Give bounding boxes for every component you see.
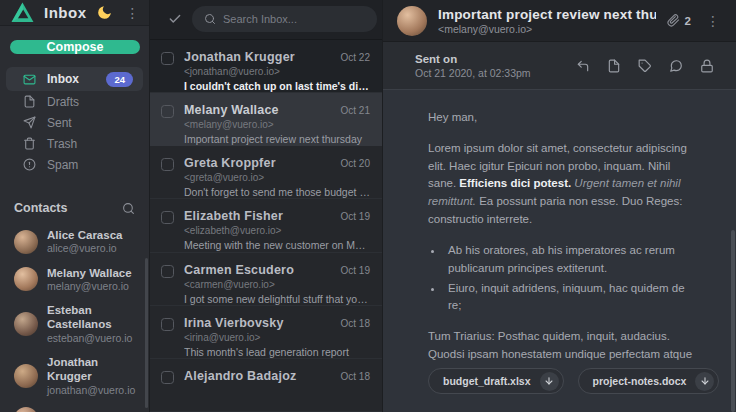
contact-email: melany@vuero.io	[47, 280, 132, 293]
compose-button[interactable]: Compose	[10, 40, 140, 54]
mail-app: Inbox ⋮ Compose Inbox 24 Drafts Sent	[0, 0, 736, 412]
message-row[interactable]: Irina VierbovskyOct 18 <irina@vuero.io> …	[150, 306, 382, 359]
download-icon[interactable]	[540, 372, 559, 391]
message-sender: Carmen Escudero	[184, 263, 335, 277]
message-sender: Alejandro Badajoz	[184, 369, 335, 383]
sidebar-item-sent[interactable]: Sent	[6, 112, 143, 133]
chat-icon[interactable]	[667, 57, 685, 75]
message-date: Oct 18	[341, 371, 370, 382]
sidebar: Inbox ⋮ Compose Inbox 24 Drafts Sent	[0, 0, 150, 412]
app-logo-icon	[10, 0, 35, 25]
sidebar-item-spam[interactable]: Spam	[6, 154, 143, 175]
avatar	[14, 312, 38, 336]
reading-pane: Important project review next thursday <…	[383, 0, 736, 412]
lock-icon[interactable]	[698, 57, 716, 75]
message-email: <greta@vuero.io>	[184, 172, 370, 183]
sender-avatar	[397, 6, 427, 36]
message-row[interactable]: Alejandro BadajozOct 18	[150, 359, 382, 412]
message-email: <carmen@vuero.io>	[184, 279, 370, 290]
contact-row[interactable]: Alice Carasca alice@vuero.io	[0, 223, 149, 261]
contact-name: Jonathan Krugger	[47, 355, 135, 384]
sidebar-item-inbox[interactable]: Inbox 24	[6, 67, 143, 91]
contact-email: jonathan@vuero.io	[47, 384, 135, 397]
contact-row[interactable]: Christie Dallas	[0, 402, 149, 412]
inbox-search	[192, 6, 377, 32]
message-date: Oct 19	[341, 211, 370, 222]
email-greeting: Hey man,	[428, 109, 698, 127]
message-email: <jonathan@vuero.io>	[184, 66, 370, 77]
message-date: Oct 21	[341, 105, 370, 116]
message-checkbox[interactable]	[161, 158, 174, 171]
message-date: Oct 22	[341, 52, 370, 63]
email-subject: Important project review next thursday	[438, 7, 656, 22]
contact-row[interactable]: Jonathan Krugger jonathan@vuero.io	[0, 350, 149, 402]
attachment-pill[interactable]: project-notes.docx	[578, 368, 720, 394]
message-checkbox[interactable]	[161, 105, 174, 118]
sidebar-scrollbar[interactable]	[145, 258, 148, 408]
contact-name: Melany Wallace	[47, 266, 132, 280]
alert-circle-icon	[23, 158, 36, 171]
search-input[interactable]	[223, 13, 365, 25]
message-row[interactable]: Melany WallaceOct 21 <melany@vuero.io> I…	[150, 93, 382, 146]
message-preview: Don't forget to send me those budget not…	[184, 186, 370, 198]
avatar	[14, 230, 38, 254]
sidebar-nav: Inbox 24 Drafts Sent Trash Spam	[0, 67, 149, 175]
message-list-panel: ⋮ Jonathan KruggerOct 22 <jonathan@vuero…	[150, 0, 383, 412]
message-sender: Melany Wallace	[184, 103, 335, 117]
contact-name: Alice Carasca	[47, 228, 122, 242]
select-all-check-icon[interactable]	[168, 12, 182, 26]
reader-scrollbar[interactable]	[731, 230, 735, 412]
message-date: Oct 19	[341, 265, 370, 276]
message-checkbox[interactable]	[161, 265, 174, 278]
reader-bottom-space	[383, 394, 736, 412]
message-checkbox[interactable]	[161, 211, 174, 224]
email-paragraph: Tum Triarius: Posthac quidem, inquit, au…	[428, 328, 698, 360]
reply-icon[interactable]	[574, 57, 592, 75]
contact-row[interactable]: Esteban Castellanos esteban@vuero.io	[0, 298, 149, 350]
attachment-name: project-notes.docx	[593, 375, 687, 387]
message-row[interactable]: Greta KroppferOct 20 <greta@vuero.io> Do…	[150, 146, 382, 199]
reader-toolbar: Sent on Oct 21 2020, at 02:33pm	[383, 42, 736, 90]
message-checkbox[interactable]	[161, 371, 174, 384]
sidebar-item-trash[interactable]: Trash	[6, 133, 143, 154]
attachment-name: budget_draft.xlsx	[443, 375, 531, 387]
dark-mode-moon-icon[interactable]	[96, 4, 113, 21]
bullet-item: Ab his oratores, ab his imperatores ac r…	[444, 242, 698, 278]
message-sender: Elizabeth Fisher	[184, 209, 335, 223]
message-preview: This month's lead generation report	[184, 346, 370, 358]
email-bullet-list: Ab his oratores, ab his imperatores ac r…	[444, 242, 698, 315]
message-email: <irina@vuero.io>	[184, 332, 370, 343]
avatar	[14, 267, 38, 291]
file-icon[interactable]	[605, 57, 623, 75]
body-text-bold: Efficiens dici potest.	[459, 177, 571, 189]
message-row[interactable]: Carmen EscuderoOct 19 <carmen@vuero.io> …	[150, 253, 382, 306]
message-checkbox[interactable]	[161, 318, 174, 331]
tag-icon[interactable]	[636, 57, 654, 75]
contact-email: alice@vuero.io	[47, 242, 122, 255]
contact-row[interactable]: Melany Wallace melany@vuero.io	[0, 261, 149, 299]
contact-name: Esteban Castellanos	[47, 303, 135, 332]
sidebar-menu-dots-icon[interactable]: ⋮	[122, 4, 144, 22]
message-sender: Greta Kroppfer	[184, 156, 335, 170]
reader-menu-dots-icon[interactable]: ⋮	[702, 12, 724, 30]
message-checkbox[interactable]	[161, 52, 174, 65]
avatar	[14, 407, 38, 412]
contacts-search-icon[interactable]	[122, 202, 135, 215]
message-sender: Irina Vierbovsky	[184, 316, 335, 330]
sidebar-item-label: Sent	[47, 116, 72, 130]
sidebar-item-label: Trash	[47, 137, 77, 151]
paperclip-icon	[667, 14, 680, 27]
message-row[interactable]: Elizabeth FisherOct 19 <elizabeth@vuero.…	[150, 199, 382, 252]
attachments-indicator[interactable]: 2	[667, 14, 691, 27]
message-row[interactable]: Jonathan KruggerOct 22 <jonathan@vuero.i…	[150, 40, 382, 93]
email-body: Hey man, Lorem ipsum dolor sit amet, con…	[383, 90, 736, 360]
sidebar-item-drafts[interactable]: Drafts	[6, 91, 143, 112]
download-icon[interactable]	[695, 372, 714, 391]
attachments-row: budget_draft.xlsx project-notes.docx	[383, 360, 736, 394]
sidebar-item-label: Inbox	[47, 72, 79, 86]
message-email: <melany@vuero.io>	[184, 119, 370, 130]
sent-on-label: Sent on	[415, 53, 531, 65]
reader-header: Important project review next thursday <…	[383, 0, 736, 42]
contacts-list: Alice Carasca alice@vuero.io Melany Wall…	[0, 223, 149, 412]
attachment-pill[interactable]: budget_draft.xlsx	[428, 368, 564, 394]
